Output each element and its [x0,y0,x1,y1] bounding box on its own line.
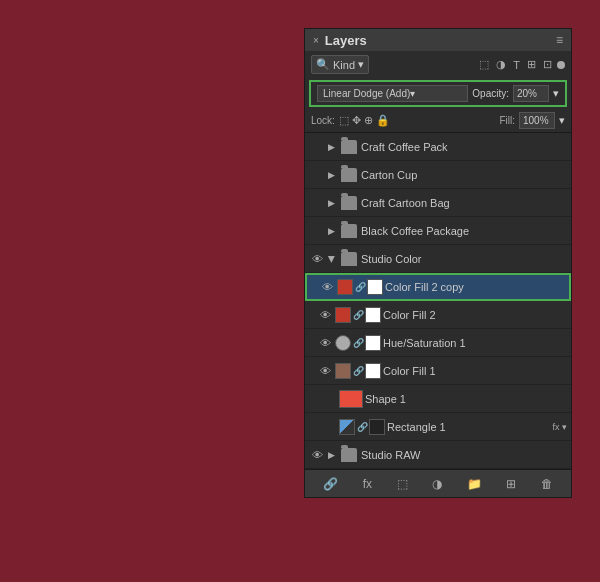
visibility-icon[interactable]: 👁 [317,337,333,349]
mask-thumb [365,363,381,379]
blend-opacity-row: Linear Dodge (Add) ▾ Opacity: ▾ [309,80,567,107]
mask-thumb [365,307,381,323]
new-layer-icon[interactable]: ⊞ [506,477,516,491]
color-thumb [335,307,351,323]
filter-smart-icon[interactable]: ⊡ [541,57,554,72]
layer-name: Studio RAW [361,449,567,461]
layer-name: Color Fill 2 copy [385,281,565,293]
layers-list: 👁 ▶ Craft Coffee Pack 👁 ▶ Carton Cup 👁 ▶… [305,133,571,469]
opacity-input[interactable] [513,85,549,102]
visibility-icon[interactable]: 👁 [309,393,325,405]
new-fill-icon[interactable]: ⬚ [397,477,408,491]
folder-thumb [341,140,357,154]
visibility-icon[interactable]: 👁 [309,141,325,153]
blend-mode-dropdown[interactable]: Linear Dodge (Add) ▾ [317,85,468,102]
fill-label: Fill: [499,115,515,126]
lock-move-icon[interactable]: ✥ [352,114,361,127]
opacity-label: Opacity: [472,88,509,99]
panel-footer: 🔗 fx ⬚ ◑ 📁 ⊞ 🗑 [305,469,571,497]
shape-thumb [339,390,363,408]
layer-item-shape-1[interactable]: 👁 Shape 1 [305,385,571,413]
visibility-icon[interactable]: 👁 [317,309,333,321]
folder-thumb [341,448,357,462]
mask-thumb [369,419,385,435]
color-thumb [337,279,353,295]
lock-label: Lock: [311,115,335,126]
link-icon: 🔗 [353,338,363,348]
expand-arrow[interactable]: ▶ [325,226,337,236]
filter-shape-icon[interactable]: ⊞ [525,57,538,72]
folder-footer-icon[interactable]: 📁 [467,477,482,491]
adjustment-thumb [335,335,351,351]
adjustment-footer-icon[interactable]: ◑ [432,477,442,491]
lock-icons: ⬚ ✥ ⊕ 🔒 [339,114,390,127]
layer-item[interactable]: 👁 ▶ Craft Cartoon Bag [305,189,571,217]
panel-menu-icon[interactable]: ≡ [556,33,563,47]
expand-arrow[interactable]: ▶ [325,450,337,460]
link-footer-icon[interactable]: 🔗 [323,477,338,491]
fill-arrow[interactable]: ▾ [559,114,565,127]
layer-item-color-fill-1[interactable]: 👁 🔗 Color Fill 1 [305,357,571,385]
expand-arrow[interactable]: ▶ [325,198,337,208]
visibility-icon[interactable]: 👁 [309,449,325,461]
layer-name: Color Fill 1 [383,365,567,377]
layer-name: Black Coffee Package [361,225,567,237]
folder-thumb [341,196,357,210]
filter-type-icon[interactable]: T [511,58,522,72]
folder-thumb [341,168,357,182]
lock-pixels-icon[interactable]: ⬚ [339,114,349,127]
delete-icon[interactable]: 🗑 [541,477,553,491]
fx-badge: fx ▾ [552,422,567,432]
filter-pixel-icon[interactable]: ⬚ [477,57,491,72]
layer-item[interactable]: 👁 ▶ Carton Cup [305,161,571,189]
search-row: 🔍 Kind ▾ ⬚ ◑ T ⊞ ⊡ [305,51,571,78]
layer-name: Shape 1 [365,393,567,405]
layer-name: Rectangle 1 [387,421,550,433]
layer-item[interactable]: 👁 ▶ Black Coffee Package [305,217,571,245]
layer-item-studio-raw[interactable]: 👁 ▶ Studio RAW [305,441,571,469]
panel-title: Layers [325,33,367,48]
expand-arrow[interactable]: ▶ [325,170,337,180]
lock-all-icon[interactable]: 🔒 [376,114,390,127]
mask-thumb [367,279,383,295]
visibility-icon[interactable]: 👁 [309,421,325,433]
layer-item-color-fill-2[interactable]: 👁 🔗 Color Fill 2 [305,301,571,329]
visibility-icon[interactable]: 👁 [309,197,325,209]
rect-thumb [339,419,355,435]
layer-item[interactable]: 👁 ▶ Studio Color [305,245,571,273]
layer-item-hue-saturation[interactable]: 👁 🔗 Hue/Saturation 1 [305,329,571,357]
layer-item-color-fill-2-copy[interactable]: 👁 🔗 Color Fill 2 copy [305,273,571,301]
layer-item[interactable]: 👁 ▶ Craft Coffee Pack [305,133,571,161]
fill-input[interactable] [519,112,555,129]
folder-thumb [341,252,357,266]
expand-arrow[interactable]: ▶ [325,142,337,152]
color-thumb [335,363,351,379]
panel-titlebar: × Layers ≡ [305,29,571,51]
filter-kind-dropdown[interactable]: 🔍 Kind ▾ [311,55,369,74]
panel-title-left: × Layers [313,33,367,48]
layer-name: Craft Coffee Pack [361,141,567,153]
visibility-icon[interactable]: 👁 [317,365,333,377]
link-icon: 🔗 [353,366,363,376]
layer-name: Carton Cup [361,169,567,181]
layer-item-rectangle-1[interactable]: 👁 🔗 Rectangle 1 fx ▾ [305,413,571,441]
lock-fill-row: Lock: ⬚ ✥ ⊕ 🔒 Fill: ▾ [305,109,571,133]
opacity-arrow[interactable]: ▾ [553,87,559,100]
visibility-icon[interactable]: 👁 [319,281,335,293]
link-icon: 🔗 [353,310,363,320]
visibility-icon[interactable]: 👁 [309,253,325,265]
visibility-icon[interactable]: 👁 [309,169,325,181]
filter-adjustment-icon[interactable]: ◑ [494,57,508,72]
fx-footer-icon[interactable]: fx [363,477,372,491]
mask-thumb [365,335,381,351]
close-icon[interactable]: × [313,35,319,46]
layers-panel: × Layers ≡ 🔍 Kind ▾ ⬚ ◑ T ⊞ ⊡ Linear Dod… [304,28,572,498]
layer-name: Hue/Saturation 1 [383,337,567,349]
visibility-icon[interactable]: 👁 [309,225,325,237]
expand-arrow[interactable]: ▶ [325,254,337,264]
layer-name: Craft Cartoon Bag [361,197,567,209]
filter-icons: ⬚ ◑ T ⊞ ⊡ [477,57,565,72]
folder-thumb [341,224,357,238]
lock-artboard-icon[interactable]: ⊕ [364,114,373,127]
layer-name: Studio Color [361,253,567,265]
